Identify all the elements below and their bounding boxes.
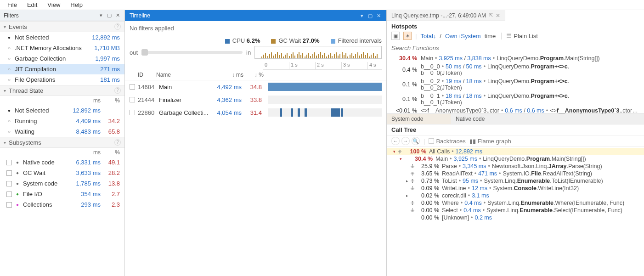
fold-icon[interactable]: [410, 186, 415, 191]
threads-header: ID Name ↓ ms ↓ %: [125, 70, 386, 80]
thread-bar[interactable]: [268, 96, 382, 104]
expand-icon[interactable]: ▾: [391, 149, 397, 154]
expand-icon[interactable]: ▸: [404, 179, 410, 183]
close-icon[interactable]: ✕: [375, 13, 382, 19]
thread-bar[interactable]: [268, 83, 382, 91]
menu-file[interactable]: File: [3, 0, 22, 9]
event-filter-row[interactable]: ○File Operations181 ms: [0, 74, 124, 85]
threadstate-filter-row[interactable]: ●Not Selected12,892 ms: [0, 105, 124, 116]
close-icon[interactable]: ✕: [496, 12, 500, 19]
fold-icon[interactable]: [410, 208, 415, 213]
filter-ms: 293 ms: [67, 201, 101, 208]
thread-row[interactable]: 22860Garbage Collecti...4,054 ms31.4: [125, 106, 386, 119]
checkbox-icon[interactable]: [6, 170, 12, 176]
nav-back-icon[interactable]: ←: [391, 137, 400, 145]
help-icon[interactable]: ?: [114, 139, 121, 146]
dropdown-icon[interactable]: ▾: [98, 12, 104, 18]
tree-row[interactable]: ▾30.4 %Main•3,925 ms•LinqQueryDemo.Progr…: [387, 155, 644, 163]
flame-graph-button[interactable]: ▮▮ Flame graph: [469, 138, 511, 145]
color-dot-icon: ●: [15, 202, 20, 207]
checkbox-icon[interactable]: [130, 110, 135, 115]
threadstate-section-header[interactable]: ▾ Thread State ?: [0, 85, 124, 96]
backtraces-toggle[interactable]: Backtraces: [429, 138, 465, 145]
event-filter-row[interactable]: ○.NET Memory Allocations1,710 MB: [0, 43, 124, 53]
filter-value: 181 ms: [86, 76, 120, 83]
thread-row[interactable]: 14684Main4,492 ms34.8: [125, 80, 386, 93]
close-icon[interactable]: ✕: [114, 12, 121, 18]
pin-icon[interactable]: ⇱: [489, 12, 493, 18]
tree-row[interactable]: 0.09 %WriteLine•12 ms•System.Console.Wri…: [387, 185, 644, 192]
hotspot-row[interactable]: 0.1 %b__0_1•18 ms / 18 ms•LinqQueryDemo.…: [387, 92, 644, 107]
color-dot-icon: ●: [15, 160, 20, 165]
filter-ms: 3,633 ms: [67, 169, 101, 176]
threadstate-filter-row[interactable]: ○Waiting8,483 ms65.8: [0, 126, 124, 137]
fold-icon[interactable]: [397, 149, 402, 154]
menu-edit[interactable]: Edit: [23, 0, 42, 9]
menu-view[interactable]: View: [43, 0, 65, 9]
tree-row[interactable]: ▸0.73 %ToList•95 ms•System.Linq.Enumerab…: [387, 177, 644, 185]
radio-icon: ○: [6, 56, 12, 61]
fold-icon[interactable]: [410, 201, 415, 205]
subsystem-filter-row[interactable]: ●Native code6,331 ms49.1: [0, 157, 124, 168]
threadstate-filter-row[interactable]: ○Running4,409 ms34.2: [0, 116, 124, 126]
events-section-header[interactable]: ▾ Events ?: [0, 21, 124, 32]
hotspot-row[interactable]: <0.01 %<>f__AnonymousType0`3..ctor•0.6 m…: [387, 107, 644, 114]
checkbox-icon[interactable]: [130, 84, 135, 90]
collapse-code-icon[interactable]: ✶: [403, 32, 412, 40]
filter-label: Not Selected: [15, 34, 86, 41]
tree-row[interactable]: 25.9 %Parse•3,345 ms•Newtonsoft.Json.Lin…: [387, 163, 644, 170]
filter-pct: 13.8: [101, 180, 120, 187]
tree-row[interactable]: ▸0.02 %coreclr.dll•3.1 ms: [387, 192, 644, 199]
checkbox-icon[interactable]: [6, 160, 12, 165]
menu-help[interactable]: Help: [66, 0, 87, 9]
legend-filtered: Filtered intervals: [331, 37, 382, 44]
tree-row[interactable]: ▾100 %All Calls•12,892 ms: [387, 148, 644, 155]
subsystem-filter-row[interactable]: ●System code1,785 ms13.8: [0, 178, 124, 189]
checkbox-icon[interactable]: [6, 202, 12, 208]
thread-bar[interactable]: [268, 108, 382, 117]
subsystem-filter-row[interactable]: ●GC Wait3,633 ms28.2: [0, 168, 124, 178]
help-icon[interactable]: ?: [114, 23, 121, 30]
pin-icon[interactable]: ▢: [106, 12, 113, 18]
dropdown-icon[interactable]: ▾: [359, 13, 365, 19]
checkbox-icon[interactable]: [6, 192, 12, 197]
tree-pct: 100 %: [402, 148, 426, 155]
expand-icon[interactable]: ▸: [404, 193, 410, 198]
fold-icon[interactable]: [410, 164, 415, 169]
mode-own-system[interactable]: Own+System: [445, 33, 481, 39]
pin-icon[interactable]: ▢: [367, 13, 373, 19]
search-input[interactable]: [387, 42, 644, 54]
help-icon[interactable]: ?: [114, 87, 121, 94]
hotspot-row[interactable]: 0.1 %b__0_2•19 ms / 18 ms•LinqQueryDemo.…: [387, 77, 644, 92]
hotspot-row[interactable]: 30.4 %Main•3,925 ms / 3,838 ms•LinqQuery…: [387, 54, 644, 62]
event-filter-row[interactable]: ○JIT Compilation271 ms: [0, 64, 124, 74]
no-filters-label: No filters applied: [125, 21, 386, 35]
zoom-slider[interactable]: [141, 51, 243, 54]
thread-row[interactable]: 21444Finalizer4,362 ms33.8: [125, 93, 386, 106]
mode-total[interactable]: Total↓: [420, 33, 436, 39]
expand-all-icon[interactable]: ▣: [391, 32, 400, 40]
nav-fwd-icon[interactable]: →: [401, 137, 410, 145]
overview-chart[interactable]: [254, 46, 382, 59]
event-filter-row[interactable]: ●Not Selected12,892 ms: [0, 32, 124, 43]
calltree-title: Call Tree: [387, 124, 644, 135]
subsystems-section-header[interactable]: ▾ Subsystems ?: [0, 137, 124, 148]
tree-row[interactable]: 0.00 %Select•0.4 ms•System.Linq.Enumerab…: [387, 207, 644, 214]
fold-icon[interactable]: [410, 179, 415, 183]
nav-search-icon[interactable]: 🔍: [412, 137, 420, 145]
fold-icon[interactable]: [410, 171, 415, 176]
radio-icon: ○: [6, 67, 12, 72]
checkbox-icon[interactable]: [6, 181, 12, 186]
tree-row[interactable]: 0.00 %Where•0.4 ms•System.Linq.Enumerabl…: [387, 199, 644, 207]
subsystem-filter-row[interactable]: ●File I/O354 ms2.7: [0, 189, 124, 199]
hotspot-row[interactable]: 0.4 %b__0_0•50 ms / 50 ms•LinqQueryDemo.…: [387, 62, 644, 77]
expand-icon[interactable]: ▾: [398, 157, 403, 161]
legend-gc: GC Wait 27.0%: [271, 37, 319, 44]
subsystem-filter-row[interactable]: ●Collections293 ms2.3: [0, 199, 124, 210]
event-filter-row[interactable]: ○Garbage Collection1,997 ms: [0, 53, 124, 64]
tree-row[interactable]: 3.65 %ReadAllText•471 ms•System.IO.File.…: [387, 170, 644, 177]
checkbox-icon[interactable]: [130, 97, 135, 102]
snapshot-tab[interactable]: Linq Query.exe.tmp -...-27, 6:49:00 AM ⇱…: [387, 10, 505, 21]
view-plain-list[interactable]: ☰ Plain List: [501, 33, 538, 39]
tree-row[interactable]: 0.00 %[Unknown]•0.2 ms: [387, 214, 644, 221]
